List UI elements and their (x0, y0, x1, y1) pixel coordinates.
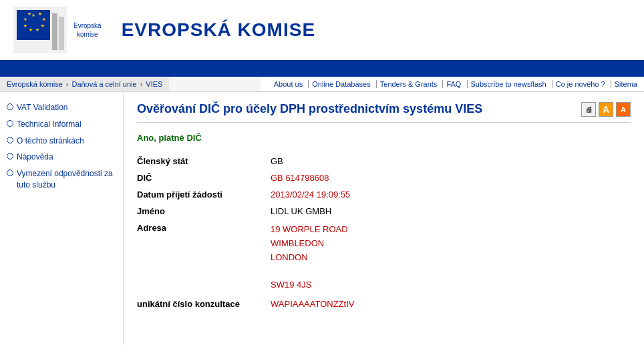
table-row: Adresa 19 WORPLE ROAD WIMBLEDON LONDON S… (137, 220, 631, 296)
table-row: Jméno LIDL UK GMBH (137, 203, 631, 220)
bullet-icon (7, 169, 13, 176)
table-row: unikátní číslo konzultace WAPIAAAATONZZt… (137, 296, 631, 312)
field-label-address: Adresa (137, 220, 271, 296)
print-button[interactable]: 🖨 (581, 102, 596, 117)
field-label-consultation: unikátní číslo konzultace (137, 296, 271, 312)
logo-area: Evropská komise (13, 7, 102, 53)
field-value-state: GB (271, 153, 631, 169)
sidebar: VAT Validation Technical Informal O těch… (0, 92, 124, 345)
bullet-icon (7, 153, 13, 159)
nav-faq[interactable]: FAQ (442, 80, 461, 88)
nav-tenders[interactable]: Tenders & Grants (376, 80, 438, 88)
field-value-dic: GB 614798608 (271, 169, 631, 186)
main-layout: VAT Validation Technical Informal O těch… (0, 92, 644, 345)
field-label-name: Jméno (137, 203, 271, 220)
font-small-button[interactable]: A (616, 102, 631, 117)
sidebar-link-about[interactable]: O těchto stránkách (17, 135, 84, 147)
sidebar-item-disclaimer[interactable]: Vymezení odpovědnosti za tuto službu (7, 168, 116, 191)
breadcrumb-item-2[interactable]: Daňová a celní unie (71, 80, 136, 88)
sidebar-link-technical[interactable]: Technical Informal (17, 119, 82, 130)
breadcrumb-item-1[interactable]: Evropská komise (7, 80, 63, 88)
sidebar-link-vat[interactable]: VAT Validation (17, 102, 68, 113)
ec-label: Evropská komise (73, 21, 102, 39)
table-row: Členský stát GB (137, 153, 631, 169)
top-nav: About us Online Databases Tenders & Gran… (261, 77, 644, 91)
breadcrumb: Evropská komise › Daňová a celní unie › … (0, 77, 169, 91)
blue-nav-bar (0, 62, 644, 77)
bullet-icon (7, 120, 13, 127)
sidebar-link-help[interactable]: Nápověda (17, 151, 53, 163)
nav-subscribe[interactable]: Subscribe to newsflash (467, 80, 546, 88)
sidebar-link-disclaimer[interactable]: Vymezení odpovědnosti za tuto službu (17, 168, 116, 191)
content-area: Ověřování DIČ pro účely DPH prostřednict… (124, 92, 644, 345)
bullet-icon (7, 137, 13, 143)
field-value-consultation: WAPIAAAATONZZtIV (271, 296, 631, 312)
page-title: Ověřování DIČ pro účely DPH prostřednict… (137, 102, 482, 116)
sidebar-item-vat[interactable]: VAT Validation (7, 102, 116, 113)
site-title: EVROPSKÁ KOMISE (122, 19, 315, 41)
field-value-date: 2013/02/24 19:09:55 (271, 186, 631, 203)
sidebar-item-about[interactable]: O těchto stránkách (7, 135, 116, 147)
result-status: Ano, platné DIČ (137, 133, 631, 143)
nav-novinky[interactable]: Co je nového ? (552, 80, 605, 88)
field-label-dic: DIČ (137, 169, 271, 186)
nav-sitema[interactable]: Sitema (611, 80, 637, 88)
eu-flag-icon (13, 7, 67, 53)
svg-rect-11 (52, 13, 57, 50)
table-row: DIČ GB 614798608 (137, 169, 631, 186)
sidebar-item-help[interactable]: Nápověda (7, 151, 116, 163)
font-large-button[interactable]: A (599, 102, 613, 117)
field-label-date: Datum přijetí žádosti (137, 186, 271, 203)
table-row: Datum přijetí žádosti 2013/02/24 19:09:5… (137, 186, 631, 203)
field-value-address: 19 WORPLE ROAD WIMBLEDON LONDON SW19 4JS (271, 220, 631, 296)
field-label-state: Členský stát (137, 153, 271, 169)
nav-databases[interactable]: Online Databases (308, 80, 370, 88)
info-table: Členský stát GB DIČ GB 614798608 Datum p… (137, 153, 631, 312)
nav-about[interactable]: About us (271, 80, 303, 88)
sidebar-item-technical[interactable]: Technical Informal (7, 119, 116, 130)
toolbar-icons: 🖨 A A (581, 102, 631, 117)
field-value-name: LIDL UK GMBH (271, 203, 631, 220)
svg-rect-12 (59, 17, 64, 50)
breadcrumb-item-3[interactable]: VIES (146, 80, 162, 88)
bullet-icon (7, 103, 13, 110)
page-header: Evropská komise EVROPSKÁ KOMISE (0, 0, 644, 62)
content-header: Ověřování DIČ pro účely DPH prostřednict… (137, 102, 631, 123)
